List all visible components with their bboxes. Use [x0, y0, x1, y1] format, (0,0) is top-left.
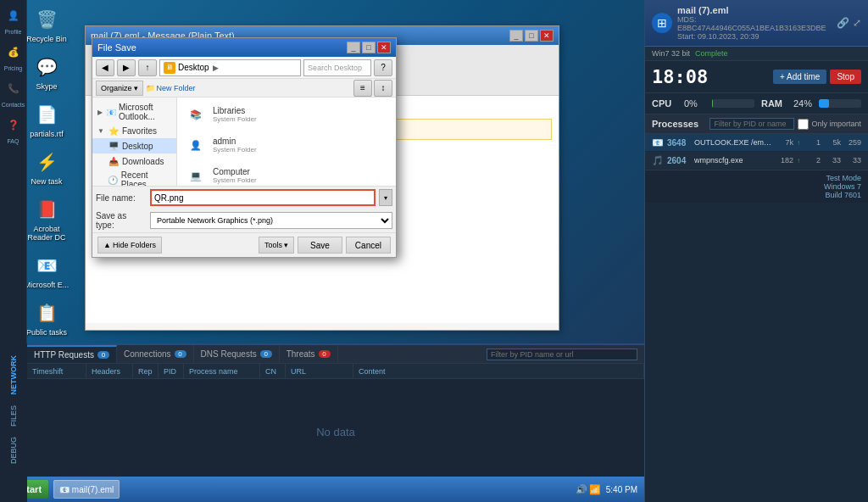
sidebar-icon-contacts[interactable]: 📞	[2, 76, 25, 100]
threats-label: Threats	[287, 349, 315, 359]
savetype-select[interactable]: Portable Network Graphics (*.png)	[150, 212, 392, 229]
dialog-minimize-btn[interactable]: _	[347, 42, 360, 53]
file-item-libraries[interactable]: 📚 Libraries System Folder	[181, 101, 392, 128]
tree-item-desktop[interactable]: 🖥️ Desktop	[92, 138, 176, 153]
network-tab[interactable]: NETWORK	[8, 350, 19, 400]
tree-item-outlook[interactable]: ▶ 📧 Microsoft Outlook...	[92, 101, 176, 123]
connections-badge: 0	[175, 350, 186, 358]
recent-icon: 🕐	[108, 174, 119, 186]
forward-btn[interactable]: ▶	[117, 59, 136, 76]
tree-item-recent[interactable]: 🕐 Recent Places	[92, 169, 176, 186]
savetype-label: Save as type:	[96, 211, 147, 230]
tab-threats[interactable]: Threats 0	[280, 345, 338, 363]
bottom-filter-area	[480, 345, 644, 363]
process-row-outlook[interactable]: 📧 3648 OUTLOOK.EXE /eml "C:\Users\admin\…	[645, 134, 868, 152]
dialog-savetype-row: Save as type: Portable Network Graphics …	[92, 209, 396, 232]
ram-label: RAM	[761, 98, 787, 109]
new-folder-btn[interactable]: 📁 New Folder	[146, 84, 196, 92]
cpu-progress-fill	[712, 99, 713, 108]
cancel-btn[interactable]: Cancel	[346, 237, 391, 254]
tab-http-requests[interactable]: HTTP Requests 0	[27, 345, 117, 363]
back-btn[interactable]: ◀	[96, 59, 114, 76]
file-item-computer[interactable]: 💻 Computer System Folder	[181, 162, 392, 186]
win-version: Win7 32 bit	[652, 49, 690, 58]
email-close-btn[interactable]: ✕	[540, 30, 554, 42]
favorites-icon: ⭐	[108, 125, 120, 137]
filename-dropdown-btn[interactable]: ▾	[379, 189, 392, 206]
filename-input[interactable]	[150, 189, 376, 206]
sort-btn[interactable]: ↕	[374, 80, 392, 97]
sidebar-label-contacts: Contacts	[2, 102, 25, 108]
search-placeholder: Search Desktop	[308, 64, 362, 72]
col-cn: CN	[260, 364, 286, 378]
sidebar-icon-profile[interactable]: 👤	[2, 3, 25, 27]
process-row-wmpnscfg[interactable]: 🎵 2604 wmpnscfg.exe 182 ↑ 2 33 33	[645, 152, 868, 170]
col-url: URL	[286, 364, 353, 378]
stop-btn[interactable]: Stop	[830, 70, 861, 84]
computer-filename: Computer	[213, 167, 257, 176]
time-display: 18:08	[652, 66, 708, 87]
location-arrow: ▶	[213, 64, 219, 72]
wmpnscfg-stats: 182 ↑ 2 33 33	[776, 156, 861, 165]
file-save-dialog: File Save _ □ ✕ ◀ ▶ ↑ 🖥 Desktop ▶ Search…	[92, 37, 397, 258]
tools-btn[interactable]: Tools ▾	[259, 237, 294, 254]
dialog-body: ▶ 📧 Microsoft Outlook... ▼ ⭐ Favorites 🖥…	[92, 98, 396, 186]
organize-btn[interactable]: Organize ▾	[96, 81, 143, 96]
favorites-expand: ▼	[97, 127, 104, 135]
add-time-btn[interactable]: + Add time	[773, 70, 827, 84]
admin-file-icon: 👤	[184, 133, 208, 157]
test-mode: Test Mode	[652, 174, 861, 182]
hide-folders-btn[interactable]: ▲ Hide Folders	[97, 237, 162, 254]
hide-folders-label: Hide Folders	[113, 241, 156, 249]
panel-link-btn[interactable]: 🔗	[837, 17, 849, 29]
search-box[interactable]: Search Desktop	[303, 59, 371, 76]
tools-arrow: ▾	[284, 241, 288, 249]
libraries-filesub: System Folder	[213, 115, 257, 123]
debug-tab[interactable]: DEBUG	[8, 432, 19, 469]
win-status: Complete	[695, 49, 728, 58]
skype-icon: 💬	[33, 53, 60, 81]
tab-connections[interactable]: Connections 0	[117, 345, 194, 363]
view-btn[interactable]: ≡	[353, 80, 372, 97]
save-btn[interactable]: Save	[298, 237, 342, 254]
sidebar-icon-faq[interactable]: ❓	[2, 113, 25, 137]
files-tab[interactable]: FILES	[8, 400, 19, 432]
up-btn[interactable]: ↑	[138, 59, 157, 76]
tree-item-favorites[interactable]: ▼ ⭐ Favorites	[92, 123, 176, 138]
only-important-label: Only important	[811, 120, 861, 128]
sidebar-icon-pricing[interactable]: 💰	[2, 40, 25, 64]
publictasks-label: Public tasks	[26, 328, 67, 337]
dialog-title: File Save	[97, 42, 136, 53]
new-folder-label: New Folder	[157, 84, 196, 92]
location-bar[interactable]: 🖥 Desktop ▶	[159, 59, 301, 76]
tree-item-downloads[interactable]: 📥 Downloads	[92, 153, 176, 169]
processes-filter-input[interactable]	[709, 118, 794, 130]
win-build: Build 7601	[652, 191, 861, 199]
tab-dns-requests[interactable]: DNS Requests 0	[194, 345, 280, 363]
win-info-bar: Test Mode Windows 7 Build 7601	[645, 170, 868, 203]
help-btn[interactable]: ?	[374, 59, 392, 76]
microsoft-label: Microsoft E...	[25, 281, 70, 289]
outlook-name: OUTLOOK.EXE /eml "C:\Users\admin\AppData…	[694, 138, 773, 147]
outlook-stat1: 7k	[776, 138, 793, 147]
file-item-admin[interactable]: 👤 admin System Folder	[181, 131, 392, 159]
desktop-tree-label: Desktop	[122, 142, 153, 151]
email-maximize-btn[interactable]: □	[525, 30, 538, 42]
acrobat-icon: 📕	[33, 196, 60, 223]
http-requests-label: HTTP Requests	[34, 350, 94, 360]
mail-info: mail (7).eml MDS: E8BC47A44946C055A1BEA1…	[677, 5, 832, 41]
bottom-filter-input[interactable]	[487, 349, 637, 360]
processes-header: Processes Only important	[645, 114, 868, 134]
outlook-arrow1: ↑	[797, 139, 800, 147]
favorites-label: Favorites	[122, 126, 157, 136]
cpu-label: CPU	[652, 98, 677, 109]
outlook-stat2: 1	[804, 138, 821, 147]
taskbar-item-email[interactable]: 📧 mail(7).eml	[53, 480, 120, 499]
dialog-close-btn[interactable]: ✕	[377, 42, 391, 53]
email-minimize-btn[interactable]: _	[509, 30, 523, 42]
only-important-checkbox[interactable]	[798, 119, 809, 130]
dialog-maximize-btn[interactable]: □	[362, 42, 376, 53]
col-timeshift: Timeshift	[27, 364, 86, 378]
cpu-progress-bg	[712, 99, 754, 108]
panel-expand-btn[interactable]: ⤢	[853, 17, 861, 29]
